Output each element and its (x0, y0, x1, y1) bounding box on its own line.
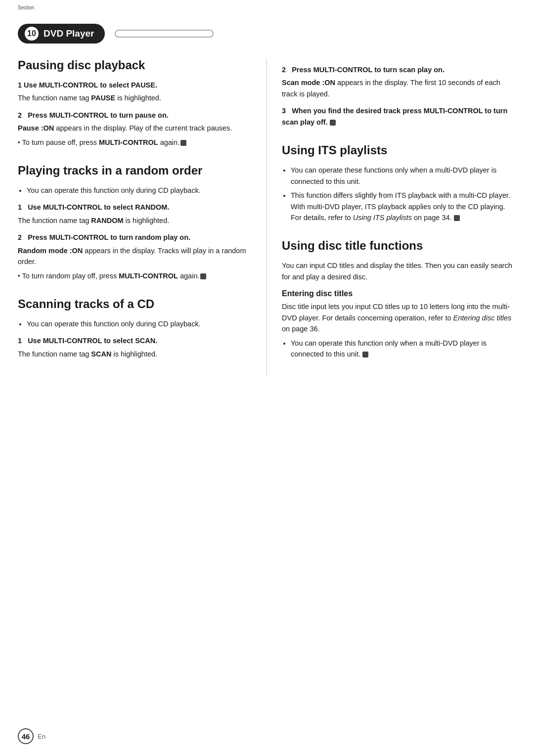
scanning-bullets: You can operate this function only durin… (27, 318, 252, 329)
scanning-step1-heading: 1 Use MULTI-CONTROL to select SCAN. (18, 335, 252, 346)
using-its-title: Using ITS playlists (282, 143, 516, 158)
using-its-bullets: You can operate these functions only whe… (291, 165, 516, 223)
using-disc-title-intro: You can input CD titles and display the … (282, 260, 516, 282)
entering-disc-bullets: You can operate this function only when … (291, 338, 516, 360)
right-header-box (115, 30, 214, 38)
scanning-bullet1: You can operate this function only durin… (27, 318, 252, 329)
pausing-step2-para: Pause :ON appears in the display. Play o… (18, 123, 252, 133)
page-number: 46 (18, 728, 34, 744)
playing-step1-heading: 1 Use MULTI-CONTROL to select RANDOM. (18, 202, 252, 213)
left-column: Pausing disc playback 1 Use MULTI-CONTRO… (18, 58, 267, 376)
end-symbol-4 (454, 215, 460, 221)
using-its-bullet1: You can operate these functions only whe… (291, 165, 516, 187)
scanning-tracks-title: Scanning tracks of a CD (18, 297, 252, 311)
scanning-continued-section: 2 Press MULTI-CONTROL to turn scan play … (282, 64, 516, 128)
language-label: En (38, 733, 45, 740)
scanning-step3-heading: 3 When you find the desired track press … (282, 105, 516, 128)
right-column: 2 Press MULTI-CONTROL to turn scan play … (267, 58, 516, 376)
entering-disc-titles-intro: Disc title input lets you input CD title… (282, 301, 516, 334)
section-title: DVD Player (44, 28, 94, 39)
end-symbol-5 (362, 352, 368, 357)
playing-step2-para: Random mode :ON appears in the display. … (18, 245, 252, 267)
playing-note: ▪ To turn random play off, press MULTI-C… (18, 270, 252, 281)
playing-tracks-bullet1: You can operate this function only durin… (27, 185, 252, 196)
playing-step1-text: The function name tag RANDOM is highligh… (18, 215, 252, 226)
playing-note-bullet: ▪ (18, 271, 20, 281)
pausing-disc-playback-section: Pausing disc playback 1 Use MULTI-CONTRO… (18, 58, 252, 148)
end-symbol (180, 140, 186, 146)
pausing-note: ▪ To turn pause off, press MULTI-CONTROL… (18, 137, 252, 148)
pausing-step2-heading: 2 Press MULTI-CONTROL to turn pause on. (18, 110, 252, 121)
scanning-step1-text: The function name tag SCAN is highlighte… (18, 349, 252, 359)
end-symbol-3 (330, 120, 336, 126)
pausing-step1-text: The function name tag PAUSE is highlight… (18, 92, 252, 103)
using-its-section: Using ITS playlists You can operate thes… (282, 143, 516, 223)
playing-note-text: To turn random play off, press MULTI-CON… (22, 270, 207, 281)
section-badge: 10 DVD Player (18, 24, 105, 44)
using-its-bullet2: This function differs slightly from ITS … (291, 190, 516, 223)
playing-tracks-section: Playing tracks in a random order You can… (18, 164, 252, 281)
playing-step2-heading: 2 Press MULTI-CONTROL to turn random pla… (18, 232, 252, 243)
using-disc-title-title: Using disc title functions (282, 239, 516, 253)
playing-tracks-title: Playing tracks in a random order (18, 164, 252, 178)
entering-disc-bullet1: You can operate this function only when … (291, 338, 516, 360)
pausing-note-bullet: ▪ (18, 137, 20, 147)
using-disc-title-section: Using disc title functions You can input… (282, 239, 516, 359)
pausing-title: Pausing disc playback (18, 58, 252, 73)
scanning-step2-heading: 2 Press MULTI-CONTROL to turn scan play … (282, 64, 516, 75)
scanning-step2-para: Scan mode :ON appears in the display. Th… (282, 77, 516, 99)
end-symbol-2 (200, 273, 206, 279)
pausing-step1-heading: 1 Use MULTI-CONTROL to select PAUSE. (18, 80, 252, 90)
section-number: 10 (25, 27, 39, 41)
pausing-note-text: To turn pause off, press MULTI-CONTROL a… (22, 137, 187, 148)
entering-disc-titles-heading: Entering disc titles (282, 289, 516, 298)
section-label: Section (18, 5, 34, 10)
scanning-tracks-section: Scanning tracks of a CD You can operate … (18, 297, 252, 359)
playing-tracks-bullets: You can operate this function only durin… (27, 185, 252, 196)
page-footer: 46 En (18, 728, 45, 744)
